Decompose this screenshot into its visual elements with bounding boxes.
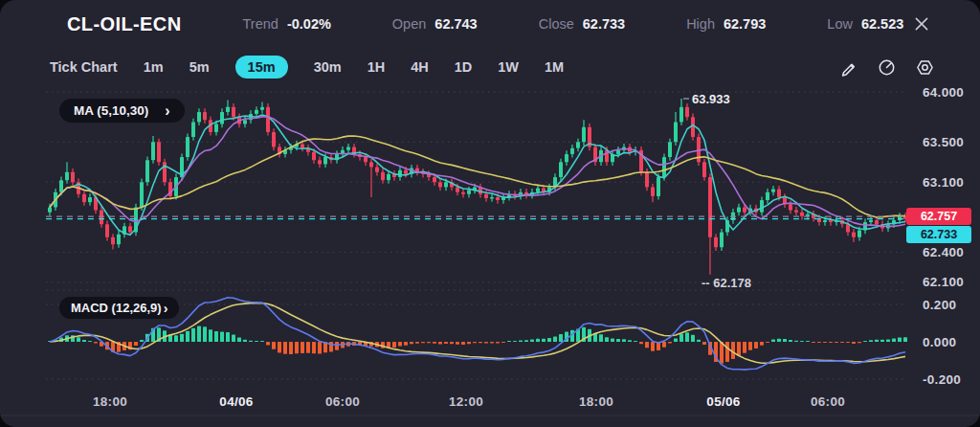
- tab-tick-chart[interactable]: Tick Chart: [50, 56, 118, 79]
- macd-hist-bar: [398, 342, 402, 347]
- tab-1m[interactable]: 1m: [144, 56, 164, 79]
- candle-body: [674, 122, 678, 142]
- ohlc-stats: Trend -0.02% Open 62.743 Close 62.733 Hi…: [243, 16, 904, 32]
- macd-axis-label: 0.200: [923, 298, 956, 312]
- macd-hist-bar: [507, 341, 511, 342]
- candle-body: [140, 182, 144, 207]
- macd-hist-bar: [427, 342, 431, 343]
- macd-hist-bar: [771, 339, 775, 342]
- candle-body: [657, 177, 660, 196]
- macd-hist-bar: [737, 342, 741, 355]
- macd-hist-bar: [800, 341, 804, 342]
- macd-hist-bar: [450, 342, 454, 344]
- candle-body: [858, 230, 861, 236]
- time-axis-label: 06:00: [811, 394, 845, 409]
- macd-hist-bar: [702, 342, 706, 345]
- macd-hist-bar: [197, 326, 201, 342]
- candle-body: [702, 162, 706, 177]
- macd-hist-bar: [312, 342, 316, 353]
- candle-body: [381, 172, 385, 180]
- macd-hist-bar: [410, 342, 413, 344]
- candle-body: [186, 137, 189, 157]
- chevron-right-icon: ›: [165, 106, 169, 116]
- macd-hist-bar: [278, 342, 281, 352]
- candle-body: [157, 142, 161, 162]
- macd-hist-bar: [496, 342, 500, 343]
- tab-1m-month[interactable]: 1M: [545, 56, 564, 79]
- macd-hist-bar: [530, 340, 534, 342]
- macd-hist-bar: [835, 342, 838, 343]
- candle-body: [255, 110, 258, 114]
- macd-hist-bar: [651, 342, 655, 351]
- macd-hist-bar: [645, 342, 649, 348]
- chart-header: CL-OIL-ECN Trend -0.02% Open 62.743 Clos…: [0, 0, 980, 48]
- candle-body: [398, 170, 402, 177]
- candle-body: [800, 213, 804, 216]
- macd-hist-bar: [415, 342, 419, 344]
- time-axis-label: 05/06: [706, 394, 740, 409]
- macd-hist-bar: [461, 342, 465, 345]
- macd-hist-bar: [748, 342, 752, 350]
- settings-gear-icon[interactable]: [916, 58, 934, 77]
- candle-body: [496, 197, 500, 200]
- candle-body: [301, 144, 304, 147]
- macd-hist-bar: [875, 340, 879, 342]
- candle-body: [570, 148, 574, 154]
- candle-body: [777, 190, 781, 197]
- candle-body: [375, 168, 379, 172]
- macd-hist-bar: [823, 342, 827, 343]
- tab-15m[interactable]: 15m: [235, 56, 288, 79]
- candle-body: [691, 117, 695, 137]
- tab-1w[interactable]: 1W: [498, 56, 519, 79]
- macd-hist-bar: [484, 342, 488, 344]
- y-axis-label: 62.400: [923, 245, 964, 259]
- macd-hist-bar: [513, 341, 517, 342]
- macd-hist-bar: [134, 342, 138, 346]
- candle-body: [467, 191, 471, 194]
- macd-hist-bar: [559, 334, 563, 342]
- draw-pencil-icon[interactable]: [839, 58, 858, 77]
- tab-5m[interactable]: 5m: [189, 56, 210, 79]
- candle-body: [829, 220, 833, 222]
- macd-hist-bar: [817, 342, 821, 343]
- macd-hist-bar: [186, 331, 189, 342]
- macd-indicator-pill[interactable]: MACD (12,26,9) ›: [59, 297, 179, 319]
- stat-open: Open 62.743: [392, 16, 478, 32]
- macd-hist-bar: [852, 342, 856, 344]
- candle-body: [536, 189, 540, 192]
- macd-hist-bar: [140, 340, 144, 342]
- close-icon[interactable]: [913, 15, 930, 33]
- macd-hist-bar: [467, 342, 471, 344]
- tab-4h[interactable]: 4H: [411, 56, 429, 79]
- time-axis-label: 12:00: [449, 394, 483, 409]
- candle-body: [685, 107, 689, 117]
- tab-1d[interactable]: 1D: [455, 56, 473, 79]
- macd-hist-bar: [490, 342, 494, 343]
- macd-hist-bar: [289, 342, 293, 354]
- macd-hist-bar: [77, 337, 80, 342]
- candle-body: [737, 207, 741, 212]
- macd-hist-bar: [898, 338, 902, 342]
- ma-indicator-pill[interactable]: MA (5,10,30) ›: [59, 99, 185, 123]
- macd-hist-bar: [237, 338, 241, 342]
- macd-hist-bar: [858, 342, 861, 343]
- tab-1h[interactable]: 1H: [368, 56, 386, 79]
- timer-dial-icon[interactable]: [878, 58, 896, 77]
- candle-body: [197, 112, 201, 122]
- macd-hist-bar: [536, 339, 540, 342]
- macd-hist-bar: [94, 342, 98, 343]
- candle-body: [766, 192, 769, 200]
- macd-hist-bar: [605, 337, 609, 342]
- candle-body: [232, 107, 235, 117]
- tab-30m[interactable]: 30m: [314, 56, 342, 79]
- candle-body: [771, 190, 775, 192]
- candle-body: [111, 237, 115, 244]
- candle-body: [243, 120, 247, 124]
- candle-body: [433, 177, 436, 182]
- candle-body: [404, 170, 408, 174]
- candle-body: [565, 154, 568, 162]
- candle-body: [490, 197, 494, 199]
- candle-body: [461, 192, 465, 194]
- macd-hist-bar: [249, 341, 253, 342]
- macd-hist-bar: [542, 339, 546, 342]
